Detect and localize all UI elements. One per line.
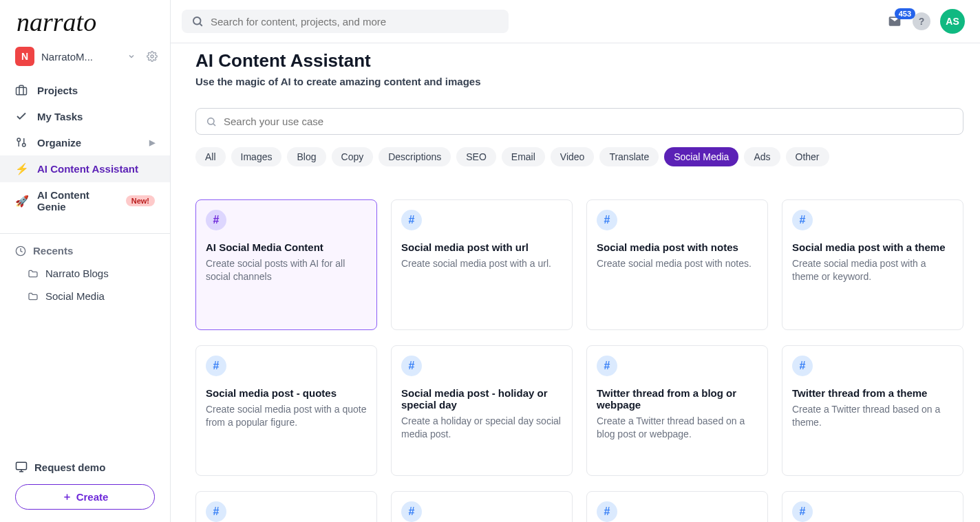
sidebar: narrato N NarratoM... Projects (0, 0, 171, 522)
usecase-card[interactable]: #Twitter thread from a blog or webpageCr… (586, 345, 768, 476)
hash-icon: # (206, 210, 226, 230)
recents-header: Recents (0, 239, 170, 262)
sidebar-nav: Projects My Tasks Organize ▶ ⚡ AI (0, 76, 170, 221)
filter-pills: AllImagesBlogCopyDescriptionsSEOEmailVid… (195, 147, 963, 166)
help-button[interactable]: ? (913, 12, 930, 30)
user-avatar[interactable]: AS (940, 9, 965, 34)
monitor-icon (15, 461, 28, 473)
svg-point-10 (208, 118, 214, 124)
hash-icon: # (597, 356, 617, 376)
usecase-card[interactable]: #Simplify text (782, 491, 963, 522)
usecase-card-title: Social media post with notes (597, 241, 758, 253)
create-button-label: Create (76, 491, 109, 503)
usecase-card[interactable]: #Social media page introduction (391, 491, 573, 522)
usecase-card[interactable]: #Social media post with notesCreate soci… (586, 199, 768, 330)
chevron-right-icon: ▶ (149, 138, 155, 147)
hash-icon: # (401, 210, 422, 230)
sidebar-item-mytasks[interactable]: My Tasks (0, 103, 170, 129)
usecase-card[interactable]: #Correct spelling and grammar (586, 491, 768, 522)
usecase-card[interactable]: #Social media post with a themeCreate so… (782, 199, 963, 330)
sidebar-item-ai-genie[interactable]: 🚀 AI Content Genie New! (0, 182, 170, 219)
filter-pill-email[interactable]: Email (502, 147, 545, 166)
usecase-card-title: Social media post with a theme (792, 241, 953, 253)
recent-item-label: Narrato Blogs (45, 268, 109, 279)
hash-icon: # (206, 356, 226, 376)
sidebar-item-organize[interactable]: Organize ▶ (0, 129, 170, 155)
usecase-card-desc: Create social media post with a theme or… (792, 257, 953, 283)
filter-pill-translate[interactable]: Translate (599, 147, 659, 166)
plus-icon: ＋ (62, 490, 72, 503)
usecase-card-title: Social media post - holiday or special d… (401, 387, 562, 411)
svg-rect-1 (17, 87, 27, 95)
usecase-cards: #AI Social Media ContentCreate social po… (195, 199, 963, 330)
global-search-input[interactable] (211, 16, 499, 28)
page-subtitle: Use the magic of AI to create amazing co… (195, 76, 963, 87)
workspace-badge: N (15, 47, 34, 66)
hash-icon: # (792, 501, 813, 522)
usecase-card[interactable]: #Social media post - quotesCreate social… (195, 345, 377, 476)
filter-pill-all[interactable]: All (195, 147, 226, 166)
filter-pill-seo[interactable]: SEO (456, 147, 496, 166)
request-demo-label: Request demo (34, 461, 105, 473)
search-icon (191, 15, 204, 28)
create-button[interactable]: ＋ Create (15, 484, 155, 510)
svg-rect-5 (17, 462, 27, 470)
filter-pill-blog[interactable]: Blog (287, 147, 326, 166)
usecase-cards: #Social media post - quotesCreate social… (195, 345, 963, 476)
sidebar-item-label: My Tasks (37, 111, 83, 122)
recent-item[interactable]: Social Media (0, 285, 170, 307)
usecase-search[interactable] (195, 108, 963, 135)
gear-icon[interactable] (147, 51, 158, 62)
usecase-card-desc: Create a Twitter thread based on a theme… (792, 403, 953, 429)
folder-icon (28, 268, 39, 279)
svg-line-9 (200, 23, 202, 25)
hash-icon: # (792, 210, 813, 230)
usecase-card-title: Twitter thread from a blog or webpage (597, 387, 758, 411)
usecase-card[interactable]: #Social media post with urlCreate social… (391, 199, 573, 330)
workspace-switcher[interactable]: N NarratoM... (0, 37, 170, 76)
svg-line-11 (213, 124, 215, 126)
hash-icon: # (401, 356, 422, 376)
request-demo-link[interactable]: Request demo (15, 454, 155, 480)
usecase-card[interactable]: #Twitter thread from a themeCreate a Twi… (782, 345, 963, 476)
recents-label: Recents (33, 245, 73, 257)
new-badge: New! (126, 195, 155, 206)
notifications-button[interactable]: 453 (886, 14, 903, 28)
filter-pill-video[interactable]: Video (551, 147, 595, 166)
sliders-icon (15, 136, 29, 149)
filter-pill-copy[interactable]: Copy (332, 147, 374, 166)
usecase-card-desc: Create social posts with AI for all soci… (206, 257, 367, 283)
bolt-icon: ⚡ (15, 162, 29, 175)
sidebar-item-label: Projects (37, 85, 78, 96)
notifications-badge: 453 (895, 8, 915, 19)
filter-pill-ads[interactable]: Ads (744, 147, 780, 166)
recent-item-label: Social Media (45, 290, 105, 302)
usecase-card-desc: Create social media post with notes. (597, 257, 758, 270)
usecase-search-input[interactable] (224, 116, 953, 127)
sidebar-item-label: AI Content Assistant (37, 163, 138, 175)
usecase-card[interactable]: #Social media post - holiday or special … (391, 345, 573, 476)
usecase-card-title: Social media post with url (401, 241, 562, 253)
sidebar-item-ai-assistant[interactable]: ⚡ AI Content Assistant (0, 155, 170, 182)
check-icon (15, 110, 29, 122)
svg-point-2 (17, 138, 21, 142)
sidebar-item-projects[interactable]: Projects (0, 77, 170, 103)
recent-item[interactable]: Narrato Blogs (0, 262, 170, 285)
usecase-card-desc: Create social media post with a url. (401, 257, 562, 270)
usecase-card-desc: Create a Twitter thread based on a blog … (597, 415, 758, 441)
global-search[interactable] (182, 10, 509, 33)
page-title: AI Content Assistant (195, 50, 963, 72)
search-icon (206, 116, 217, 127)
usecase-card-title: Twitter thread from a theme (792, 387, 953, 399)
chevron-down-icon[interactable] (127, 52, 136, 61)
filter-pill-other[interactable]: Other (786, 147, 829, 166)
usecase-card-desc: Create social media post with a quote fr… (206, 403, 367, 429)
sidebar-item-label: Organize (37, 137, 81, 149)
filter-pill-social-media[interactable]: Social Media (664, 147, 738, 166)
usecase-card[interactable]: #Social media poll (195, 491, 377, 522)
filter-pill-images[interactable]: Images (231, 147, 282, 166)
usecase-card[interactable]: #AI Social Media ContentCreate social po… (195, 199, 377, 330)
usecase-card-desc: Create a holiday or special day social m… (401, 415, 562, 441)
filter-pill-descriptions[interactable]: Descriptions (379, 147, 451, 166)
hash-icon: # (206, 501, 226, 522)
